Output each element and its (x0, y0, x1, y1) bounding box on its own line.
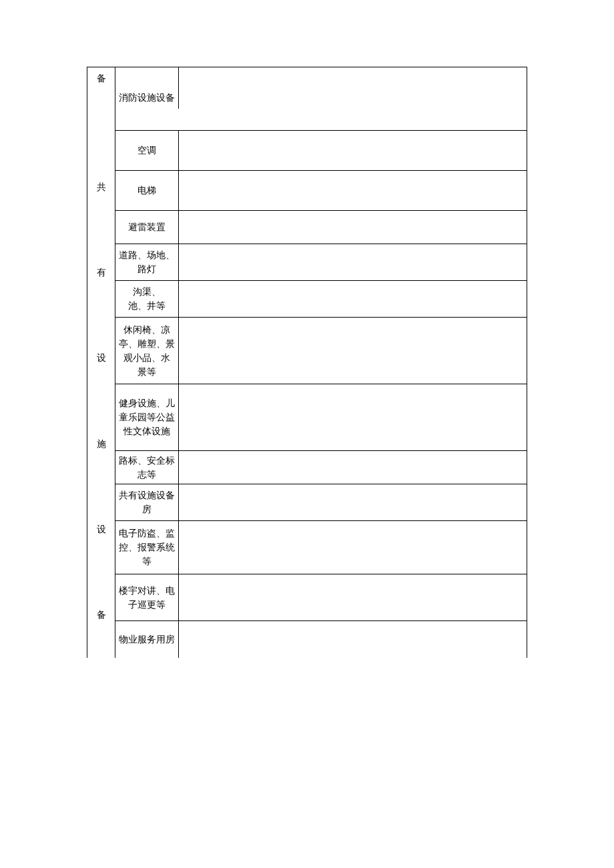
col1-char: 有 (97, 267, 106, 279)
col1-char: 施 (97, 438, 106, 450)
row-content (179, 384, 527, 450)
table-row: 消防设施设备 (115, 67, 527, 131)
row-label: 消防设施设备 (115, 67, 179, 109)
col1-char: 设 (97, 524, 106, 536)
row-label: 电子防盗、监控、报警系统等 (115, 521, 179, 574)
row-label: 避雷装置 (115, 211, 179, 244)
table-row: 电子防盗、监控、报警系统等 (115, 521, 527, 574)
row-content (179, 574, 527, 620)
table-row: 楼宇对讲、电子巡更等 (115, 574, 527, 621)
row-content (179, 318, 527, 384)
table-row: 避雷装置 (115, 211, 527, 244)
row-content (179, 521, 527, 574)
table-row: 共有设施设备房 (115, 484, 527, 521)
table-row: 物业服务用房 (115, 621, 527, 658)
col1-spread-chars: 共 有 设 施 设 备 (97, 85, 106, 638)
col1-top-char: 备 (97, 73, 106, 85)
row-label: 楼宇对讲、电子巡更等 (115, 574, 179, 620)
row-label: 健身设施、儿童乐园等公益性文体设施 (115, 384, 179, 450)
row-content (179, 281, 527, 317)
col1-char: 共 (97, 181, 106, 193)
row-label: 休闲椅、凉亭、雕塑、景观小品、水 景等 (115, 318, 179, 384)
col1-char: 设 (97, 352, 106, 364)
row-content (179, 621, 527, 658)
row-label: 物业服务用房 (115, 621, 179, 658)
table-row: 空调 (115, 131, 527, 171)
table-row: 休闲椅、凉亭、雕塑、景观小品、水 景等 (115, 318, 527, 384)
row-label: 路标、安全标志等 (115, 451, 179, 484)
col1-char: 备 (97, 609, 106, 621)
row-content (179, 171, 527, 210)
table-row: 道路、场地、路灯 (115, 244, 527, 281)
row-content (179, 131, 527, 170)
table-row: 沟渠、 池、井等 (115, 281, 527, 318)
category-column: 备 共 有 设 施 设 备 (87, 67, 115, 658)
table-row: 路标、安全标志等 (115, 451, 527, 484)
row-label: 电梯 (115, 171, 179, 210)
row-content (179, 244, 527, 280)
table-row: 电梯 (115, 171, 527, 211)
row-content (179, 451, 527, 484)
rows-container: 消防设施设备空调电梯避雷装置道路、场地、路灯沟渠、 池、井等休闲椅、凉亭、雕塑、… (115, 67, 527, 658)
document-table: 备 共 有 设 施 设 备 消防设施设备空调电梯避雷装置道路、场地、路灯沟渠、 … (87, 67, 527, 658)
row-label: 空调 (115, 131, 179, 170)
row-label: 道路、场地、路灯 (115, 244, 179, 280)
row-label: 共有设施设备房 (115, 484, 179, 520)
table-row: 健身设施、儿童乐园等公益性文体设施 (115, 384, 527, 451)
row-content (179, 211, 527, 244)
row-content (179, 484, 527, 520)
row-label: 沟渠、 池、井等 (115, 281, 179, 317)
